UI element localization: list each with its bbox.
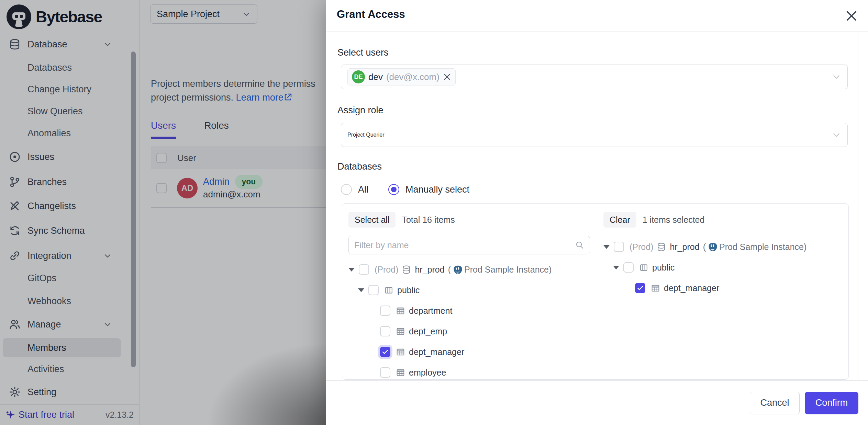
tree-row-table[interactable]: dept_manager — [603, 278, 842, 298]
picker-selected-pane: Clear 1 items selected (Prod) hr_prod (P… — [597, 204, 848, 379]
caret-down-icon[interactable] — [348, 268, 355, 272]
modal-header: Grant Access — [326, 0, 868, 32]
modal-scrollbar[interactable] — [858, 32, 868, 380]
total-count-label: Total 16 items — [402, 215, 455, 225]
schema-icon — [384, 286, 393, 295]
database-icon — [402, 265, 411, 274]
role-select[interactable]: Project Querier — [341, 123, 848, 147]
tree-checkbox[interactable] — [623, 262, 634, 273]
select-users-label: Select users — [337, 47, 389, 58]
tree-checkbox[interactable] — [368, 285, 379, 295]
close-icon — [845, 9, 859, 23]
confirm-button[interactable]: Confirm — [805, 392, 858, 414]
tree-checkbox[interactable] — [380, 306, 390, 316]
backdrop-shadow — [120, 274, 326, 425]
modal-body: Select users DE dev (dev@x.com) Assign r… — [326, 32, 868, 380]
tree-checkbox[interactable] — [614, 242, 624, 252]
schema-icon — [639, 263, 648, 272]
select-users-input[interactable]: DE dev (dev@x.com) — [341, 65, 848, 89]
tree-row-table[interactable]: department — [348, 300, 590, 321]
table-icon — [396, 327, 405, 336]
table-icon — [396, 347, 405, 357]
table-icon — [651, 284, 660, 293]
selected-count-label: 1 items selected — [643, 215, 705, 225]
cancel-button[interactable]: Cancel — [750, 392, 800, 414]
tree-row-table[interactable]: dept_emp — [348, 321, 590, 342]
tree-checkbox[interactable] — [380, 326, 390, 336]
assign-role-label: Assign role — [337, 105, 383, 116]
radio-manually-select[interactable]: Manually select — [388, 184, 469, 195]
radio-icon — [341, 184, 352, 195]
filter-input-wrap — [348, 236, 590, 254]
selected-user-chip: DE dev (dev@x.com) — [347, 68, 456, 85]
tree-row-table[interactable]: dept_manager — [348, 342, 590, 362]
avatar: DE — [352, 70, 365, 83]
app-background: Bytebase Database Databases Change Histo… — [0, 0, 326, 425]
modal-backdrop[interactable] — [0, 0, 326, 425]
table-icon — [396, 368, 405, 377]
chevron-down-icon — [832, 130, 841, 140]
radio-all[interactable]: All — [341, 184, 368, 195]
tree-row-database[interactable]: (Prod) hr_prod (Prod Sample Instance) — [603, 237, 842, 257]
tree-row-schema[interactable]: public — [348, 280, 590, 300]
databases-label: Databases — [337, 161, 382, 172]
postgresql-icon — [708, 242, 717, 252]
radio-checked-icon — [388, 184, 399, 195]
database-scope-radios: All Manually select — [341, 184, 469, 195]
selected-tree: (Prod) hr_prod (Prod Sample Instance) pu… — [603, 237, 842, 298]
tree-checkbox[interactable] — [380, 367, 390, 378]
tree-row-database[interactable]: (Prod) hr_prod (Prod Sample Instance) — [348, 259, 590, 280]
tree-checkbox-checked[interactable] — [635, 283, 645, 293]
modal-title: Grant Access — [337, 8, 405, 21]
tree-row-schema[interactable]: public — [603, 257, 842, 278]
remove-user-icon[interactable] — [443, 73, 451, 81]
postgresql-icon — [453, 265, 462, 274]
table-icon — [396, 306, 405, 315]
modal-footer: Cancel Confirm — [326, 380, 868, 425]
picker-source-pane: Select all Total 16 items (Prod) hr_prod… — [342, 204, 597, 379]
tree-row-table[interactable]: employee — [348, 362, 590, 380]
database-icon — [657, 242, 666, 252]
caret-down-icon[interactable] — [613, 266, 619, 269]
caret-down-icon[interactable] — [358, 288, 364, 292]
caret-down-icon[interactable] — [603, 245, 610, 249]
filter-input[interactable] — [354, 240, 575, 250]
tree-checkbox-checked[interactable] — [380, 347, 390, 357]
close-button[interactable] — [845, 9, 859, 23]
search-icon — [575, 241, 584, 250]
source-tree: (Prod) hr_prod (Prod Sample Instance) pu… — [348, 259, 590, 380]
clear-button[interactable]: Clear — [603, 212, 636, 228]
database-picker: Select all Total 16 items (Prod) hr_prod… — [342, 203, 849, 380]
select-all-button[interactable]: Select all — [348, 212, 396, 228]
chevron-down-icon — [832, 72, 841, 82]
grant-access-modal: Grant Access Select users DE dev (dev@x.… — [326, 0, 868, 425]
tree-checkbox[interactable] — [359, 264, 369, 275]
